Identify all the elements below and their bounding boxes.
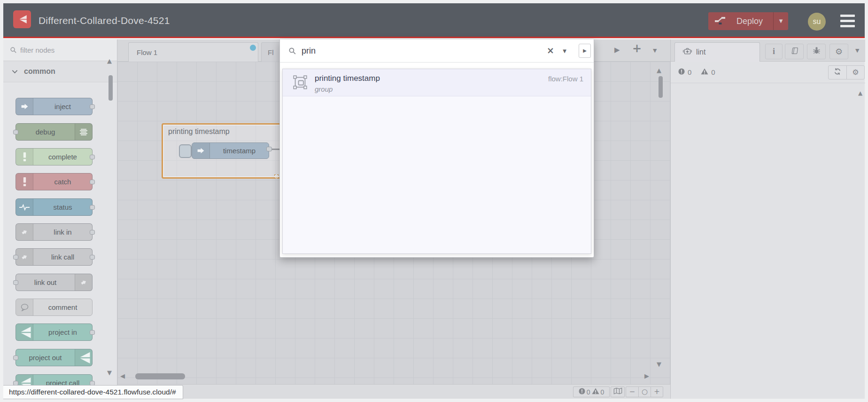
node-output-port[interactable] xyxy=(90,255,95,260)
canvas-vscrollbar-thumb[interactable] xyxy=(659,76,663,98)
main-menu-button[interactable] xyxy=(840,15,855,27)
tab-flow-1[interactable]: Flow 1 xyxy=(128,42,258,62)
exclamation-icon xyxy=(23,152,27,161)
node-output-port[interactable] xyxy=(90,330,95,335)
canvas-scroll-up-icon[interactable]: ▲ xyxy=(657,67,661,73)
palette-scrollbar-thumb[interactable] xyxy=(108,75,113,101)
chevron-down-icon xyxy=(12,70,18,74)
clear-search-icon[interactable]: × xyxy=(547,46,554,55)
palette-node-catch[interactable]: catch xyxy=(16,173,93,190)
palette-node-debug[interactable]: debug xyxy=(16,123,93,141)
palette-node-project-in[interactable]: project in xyxy=(16,323,93,341)
map-icon xyxy=(613,387,622,396)
canvas-scroll-down-icon[interactable]: ▼ xyxy=(657,361,661,367)
node-input-port[interactable] xyxy=(13,130,18,134)
pulse-icon xyxy=(19,204,30,211)
palette-category-common[interactable]: common xyxy=(3,61,117,82)
node-output-port[interactable] xyxy=(90,205,95,210)
palette-node-status[interactable]: status xyxy=(16,198,93,216)
node-input-port[interactable] xyxy=(13,255,18,260)
debug-tab-button[interactable] xyxy=(807,44,826,59)
zoom-controls: − ○ + xyxy=(626,386,663,397)
error-icon xyxy=(678,68,685,76)
canvas-scroll-left-icon[interactable]: ◀ xyxy=(120,373,125,379)
node-output-port[interactable] xyxy=(90,381,95,386)
lint-settings-button[interactable]: ⚙ xyxy=(846,66,864,79)
node-input-port[interactable] xyxy=(13,355,18,360)
comment-bubble-icon xyxy=(20,303,29,311)
node-output-port[interactable] xyxy=(90,104,95,109)
node-output-port[interactable] xyxy=(90,155,95,159)
palette-node-inject[interactable]: inject xyxy=(16,98,93,115)
flowfuse-logo-icon[interactable] xyxy=(13,10,31,28)
instance-title: Different-Collared-Dove-4521 xyxy=(39,3,170,38)
navigator-map-button[interactable] xyxy=(611,386,625,397)
zoom-in-button[interactable]: + xyxy=(651,387,663,397)
palette-node-icon-strip xyxy=(16,199,33,215)
deploy-button[interactable]: Deploy ▼ xyxy=(708,12,788,30)
warning-icon xyxy=(592,388,599,396)
palette-node-label: catch xyxy=(33,173,92,190)
lint-actions: ⚙ xyxy=(828,65,865,79)
node-input-port[interactable] xyxy=(13,381,18,386)
lint-refresh-button[interactable] xyxy=(829,66,846,79)
user-avatar[interactable]: su xyxy=(808,13,826,31)
palette-node-link-in[interactable]: link in xyxy=(16,223,93,241)
zoom-out-button[interactable]: − xyxy=(626,387,638,397)
sidebar-tab-lint[interactable]: lint xyxy=(674,42,760,62)
node-input-port[interactable] xyxy=(13,280,18,285)
node-palette: common injectdebugcompletecatchstatuslin… xyxy=(3,39,117,399)
sidebar-tabs-caret[interactable]: ▼ xyxy=(855,48,859,53)
search-options-caret[interactable]: ▼ xyxy=(563,49,566,54)
palette-node-link-out[interactable]: link out xyxy=(16,274,93,291)
help-tab-button[interactable] xyxy=(785,44,804,59)
book-icon xyxy=(790,47,798,56)
search-query-text: prin xyxy=(302,46,316,56)
exclamation-icon xyxy=(23,177,27,186)
search-result-row[interactable]: printing timestamp group flow:Flow 1 xyxy=(283,69,591,96)
palette-node-label: link call xyxy=(33,249,92,265)
palette-filter-input[interactable] xyxy=(20,46,105,54)
run-flows-icon[interactable]: ▶ xyxy=(614,47,620,54)
palette-filter[interactable] xyxy=(3,39,117,61)
canvas-scroll-right-icon[interactable]: ▶ xyxy=(644,373,649,379)
error-icon xyxy=(579,388,585,396)
search-result-type: group xyxy=(315,85,333,93)
sidebar-scroll-up-icon[interactable]: ▲ xyxy=(858,90,862,96)
app-header: Different-Collared-Dove-4521 Deploy ▼ su xyxy=(3,3,865,38)
deploy-options-caret[interactable]: ▼ xyxy=(773,12,788,30)
palette-node-icon-strip xyxy=(75,349,92,366)
refresh-icon xyxy=(834,68,841,77)
node-output-port[interactable] xyxy=(90,230,95,235)
search-result-title: printing timestamp xyxy=(315,74,380,83)
palette-node-icon-strip xyxy=(75,124,92,140)
zoom-reset-button[interactable]: ○ xyxy=(638,387,651,397)
flow-list-caret[interactable]: ▼ xyxy=(653,48,657,53)
inject-trigger-button[interactable] xyxy=(179,144,192,158)
node-output-port[interactable] xyxy=(266,147,272,151)
palette-scroll-down-icon[interactable]: ▼ xyxy=(107,370,112,376)
search-next-button[interactable]: ▶ xyxy=(579,44,591,58)
palette-node-label: comment xyxy=(33,299,92,315)
canvas-notification-counts[interactable]: 0 0 xyxy=(573,386,610,397)
palette-node-label: inject xyxy=(33,98,92,115)
info-tab-button[interactable]: i xyxy=(765,44,783,59)
unsaved-changes-dot xyxy=(250,45,256,51)
palette-node-link-call[interactable]: link call xyxy=(16,248,93,266)
link-arrow-icon xyxy=(80,279,87,286)
link-arrow-icon xyxy=(21,229,28,236)
palette-node-complete[interactable]: complete xyxy=(16,148,93,166)
add-flow-button[interactable]: + xyxy=(632,43,642,54)
first-aid-kit-icon xyxy=(682,47,692,57)
palette-scroll-up-icon[interactable]: ▲ xyxy=(107,58,112,64)
palette-node-comment[interactable]: comment xyxy=(16,299,93,316)
canvas-hscrollbar-thumb[interactable] xyxy=(135,373,185,379)
group-resize-handle[interactable] xyxy=(274,174,279,179)
config-tab-button[interactable]: ⚙ xyxy=(829,44,848,59)
search-results-panel: printing timestamp group flow:Flow 1 xyxy=(282,69,591,254)
node-output-port[interactable] xyxy=(90,180,95,184)
palette-node-project-out[interactable]: project out xyxy=(16,349,93,366)
inject-node-timestamp[interactable]: timestamp xyxy=(192,142,269,159)
node-label: timestamp xyxy=(210,143,269,158)
search-input[interactable]: prin × ▼ ▶ xyxy=(280,39,594,63)
